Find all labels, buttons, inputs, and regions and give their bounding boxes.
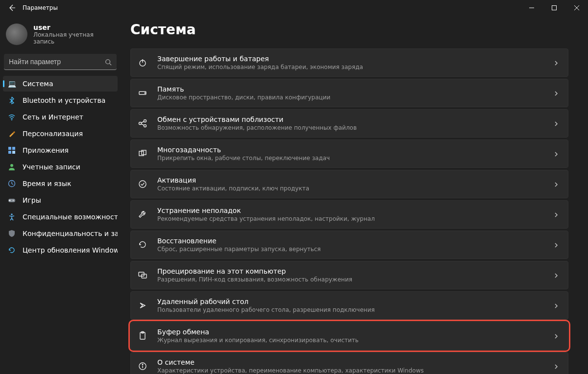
recovery-icon	[138, 240, 147, 250]
page-title: Система	[130, 22, 568, 38]
close-button[interactable]	[565, 0, 588, 16]
card-title: Проецирование на этот компьютер	[157, 267, 543, 275]
svg-rect-9	[8, 151, 11, 154]
settings-card-power[interactable]: Завершение работы и батареяСпящий режим,…	[130, 48, 568, 77]
settings-card-recovery[interactable]: ВосстановлениеСброс, расширенные парамет…	[130, 231, 568, 259]
sidebar-item-label: Учетные записи	[23, 163, 80, 171]
svg-rect-1	[552, 6, 557, 10]
project-icon	[138, 270, 147, 280]
card-title: Завершение работы и батарея	[157, 55, 543, 63]
window-controls	[520, 0, 588, 16]
sidebar-item-bluetooth[interactable]: Bluetooth и устройства	[3, 93, 118, 108]
time-icon	[8, 180, 16, 187]
settings-card-clipboard[interactable]: Буфер обменаЖурнал вырезания и копирован…	[130, 322, 568, 350]
settings-card-troubleshoot[interactable]: Устранение неполадокРекомендуемые средст…	[130, 200, 568, 229]
svg-rect-10	[12, 151, 15, 154]
card-title: Многозадачность	[157, 146, 543, 154]
power-icon	[138, 58, 147, 68]
svg-point-34	[142, 364, 143, 365]
sidebar-item-label: Bluetooth и устройства	[23, 96, 105, 104]
svg-line-5	[110, 63, 112, 65]
sidebar-item-time[interactable]: Время и язык	[3, 176, 118, 191]
about-icon	[138, 361, 147, 371]
sidebar-item-system[interactable]: 💻Система	[3, 76, 118, 92]
privacy-icon	[8, 230, 16, 237]
search-wrap	[4, 54, 117, 70]
storage-icon	[138, 88, 147, 98]
card-title: О системе	[157, 358, 543, 366]
search-input[interactable]	[4, 54, 117, 70]
remote-icon	[138, 301, 147, 310]
svg-point-14	[13, 200, 14, 201]
card-subtitle: Спящий режим, использование заряда батар…	[157, 64, 543, 70]
card-subtitle: Возможность обнаружения, расположение по…	[157, 124, 543, 131]
sidebar-item-label: Центр обновления Windows	[23, 246, 118, 254]
settings-card-project[interactable]: Проецирование на этот компьютерРазрешени…	[130, 261, 568, 289]
chevron-right-icon	[553, 151, 559, 157]
sidebar-item-label: Сеть и Интернет	[23, 113, 83, 121]
svg-point-22	[144, 125, 147, 127]
clipboard-icon	[138, 331, 147, 341]
sidebar-item-label: Система	[23, 80, 53, 88]
chevron-right-icon	[553, 60, 559, 66]
chevron-right-icon	[553, 120, 559, 126]
update-icon	[8, 246, 16, 254]
sidebar-item-accounts[interactable]: Учетные записи	[3, 159, 118, 175]
card-subtitle: Пользователи удаленного рабочего стола, …	[157, 306, 543, 313]
window-title: Параметры	[23, 4, 58, 11]
settings-card-share[interactable]: Обмен с устройствами поблизостиВозможнос…	[130, 109, 568, 138]
card-subtitle: Сброс, расширенные параметры запуска, ве…	[157, 246, 543, 253]
chevron-right-icon	[553, 211, 559, 217]
profile-block[interactable]: user Локальная учетная запись	[2, 21, 119, 52]
sidebar-item-apps[interactable]: Приложения	[3, 142, 118, 158]
card-title: Активация	[157, 176, 543, 184]
svg-point-27	[139, 181, 146, 187]
maximize-button[interactable]	[543, 0, 565, 16]
svg-point-4	[106, 59, 110, 64]
account-type: Локальная учетная запись	[33, 31, 115, 45]
svg-line-24	[141, 124, 144, 125]
card-title: Удаленный рабочий стол	[157, 298, 543, 305]
card-title: Устранение неполадок	[157, 207, 543, 214]
sidebar-item-privacy[interactable]: Конфиденциальность и защита	[3, 226, 118, 241]
chevron-right-icon	[553, 181, 559, 187]
chevron-right-icon	[553, 363, 559, 369]
sidebar-item-access[interactable]: Специальные возможности	[3, 209, 118, 225]
settings-card-about[interactable]: О системеХарактеристики устройства, пере…	[130, 352, 568, 374]
sidebar-item-network[interactable]: Сеть и Интернет	[3, 109, 118, 125]
card-subtitle: Характеристики устройства, переименовани…	[157, 367, 543, 374]
svg-point-15	[11, 213, 13, 215]
avatar	[6, 23, 27, 45]
sidebar-item-update[interactable]: Центр обновления Windows	[3, 242, 118, 258]
apps-icon	[8, 146, 16, 154]
settings-card-multitask[interactable]: МногозадачностьПрикрепить окна, рабочие …	[130, 140, 568, 168]
svg-point-19	[145, 93, 146, 94]
settings-card-activation[interactable]: АктивацияСостояние активации, подписки, …	[130, 170, 568, 198]
troubleshoot-icon	[138, 210, 147, 219]
sidebar-item-label: Приложения	[23, 146, 69, 154]
sidebar-item-label: Время и язык	[23, 180, 71, 187]
settings-card-storage[interactable]: ПамятьДисковое пространство, диски, прав…	[130, 79, 568, 107]
sidebar-item-personalize[interactable]: Персонализация	[3, 126, 118, 141]
card-subtitle: Прикрепить окна, рабочие столы, переключ…	[157, 155, 543, 162]
personalize-icon	[8, 130, 16, 138]
card-title: Память	[157, 85, 543, 93]
card-title: Обмен с устройствами поблизости	[157, 116, 543, 123]
sidebar-item-label: Конфиденциальность и защита	[23, 230, 118, 237]
minimize-button[interactable]	[520, 0, 543, 16]
svg-point-20	[139, 122, 142, 125]
settings-card-remote[interactable]: Удаленный рабочий столПользователи удале…	[130, 291, 568, 320]
sidebar-item-gaming[interactable]: Игры	[3, 192, 118, 208]
card-subtitle: Журнал вырезания и копирования, синхрони…	[157, 337, 543, 344]
share-icon	[138, 118, 147, 128]
main-panel: Система Завершение работы и батареяСпящи…	[121, 16, 588, 374]
svg-line-23	[141, 121, 144, 123]
activation-icon	[138, 179, 147, 189]
gaming-icon	[8, 196, 16, 204]
system-icon: 💻	[8, 80, 16, 88]
accounts-icon	[8, 163, 16, 171]
chevron-right-icon	[553, 90, 559, 96]
svg-rect-8	[12, 147, 15, 150]
svg-rect-7	[8, 147, 11, 150]
back-button[interactable]	[8, 4, 16, 12]
